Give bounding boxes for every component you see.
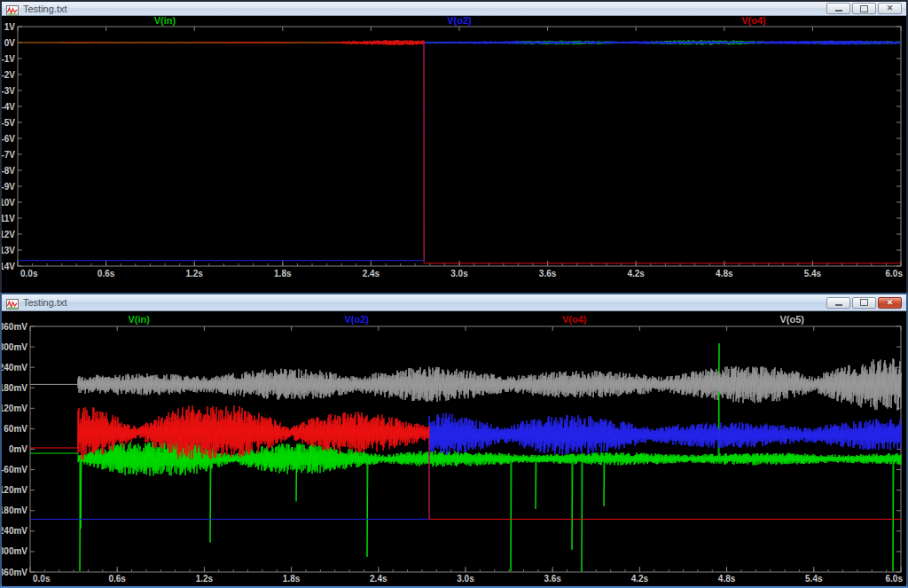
waveform-app-icon — [6, 4, 19, 14]
x-tick-label: 1.8s — [283, 574, 301, 583]
y-tick-label: 0mV — [9, 444, 27, 454]
titlebar[interactable]: Testing.txt ✕ — [2, 2, 906, 16]
maximize-icon — [860, 299, 868, 306]
y-tick-label: -8V — [2, 166, 15, 176]
y-tick-label: 360mV — [2, 322, 27, 332]
x-tick-label: 6.0s — [886, 574, 904, 583]
x-tick-label: 0.6s — [108, 574, 126, 583]
minimize-button[interactable] — [826, 3, 850, 14]
x-tick-label: 0.0s — [33, 574, 51, 583]
waveform-chart[interactable]: V(in)V(o2)V(o4)1V0V-1V-2V-3V-4V-5V-6V-7V… — [2, 16, 906, 291]
minimize-icon — [835, 10, 842, 12]
y-tick-label: -120mV — [2, 485, 27, 495]
x-tick-label: 3.6s — [539, 269, 557, 278]
legend-item-V(o2)[interactable]: V(o2) — [345, 314, 370, 325]
minimize-icon — [835, 304, 842, 306]
plot-area[interactable]: V(in)V(o2)V(o4)V(o5)360mV300mV240mV180mV… — [2, 311, 906, 586]
window-title: Testing.txt — [23, 4, 822, 14]
waveform-chart[interactable]: V(in)V(o2)V(o4)V(o5)360mV300mV240mV180mV… — [2, 311, 906, 583]
x-tick-label: 5.4s — [805, 574, 823, 583]
window-controls: ✕ — [826, 297, 902, 309]
y-tick-label: -1V — [2, 54, 15, 64]
y-tick-label: -5V — [2, 118, 15, 128]
legend-item-V(in)[interactable]: V(in) — [154, 16, 176, 26]
waveform-window-bottom: Testing.txt ✕ V(in)V(o2)V(o4)V(o5)360mV3… — [0, 293, 908, 588]
y-tick-label: -3V — [2, 86, 15, 96]
titlebar[interactable]: Testing.txt ✕ — [2, 294, 906, 311]
trace-V(o2) — [18, 41, 901, 261]
trace-V(o5) — [30, 358, 901, 410]
axis-box — [18, 27, 901, 266]
y-tick-label: -12V — [2, 230, 15, 239]
y-tick-label: -60mV — [2, 465, 27, 474]
x-tick-label: 4.8s — [718, 574, 736, 583]
maximize-button[interactable] — [852, 3, 876, 14]
x-tick-label: 1.2s — [196, 574, 214, 583]
y-tick-label: 60mV — [4, 424, 27, 434]
legend-item-V(o4)[interactable]: V(o4) — [741, 16, 766, 26]
y-tick-label: 1V — [4, 22, 16, 32]
y-tick-label: -300mV — [2, 546, 27, 556]
legend-item-V(in)[interactable]: V(in) — [129, 314, 151, 325]
x-tick-label: 5.4s — [804, 269, 822, 278]
x-tick-label: 1.2s — [185, 269, 203, 278]
x-tick-label: 3.0s — [457, 574, 474, 583]
x-tick-label: 3.6s — [544, 574, 561, 583]
y-tick-label: -7V — [2, 150, 15, 160]
plot-area[interactable]: V(in)V(o2)V(o4)1V0V-1V-2V-3V-4V-5V-6V-7V… — [2, 16, 906, 294]
close-button[interactable]: ✕ — [878, 297, 902, 309]
y-tick-label: -13V — [2, 246, 15, 255]
y-tick-label: -2V — [2, 70, 15, 80]
x-tick-label: 2.4s — [363, 269, 380, 278]
x-tick-label: 2.4s — [370, 574, 387, 583]
close-icon: ✕ — [887, 299, 894, 307]
y-tick-label: -9V — [2, 182, 15, 192]
close-button[interactable]: ✕ — [878, 3, 902, 14]
x-tick-label: 0.6s — [98, 269, 115, 278]
y-tick-label: -360mV — [2, 568, 27, 577]
maximize-icon — [860, 5, 868, 12]
window-title: Testing.txt — [23, 297, 822, 308]
waveform-window-top: Testing.txt ✕ V(in)V(o2)V(o4)1V0V-1V-2V-… — [0, 0, 908, 293]
y-tick-label: 300mV — [2, 342, 27, 352]
legend-item-V(o4)[interactable]: V(o4) — [562, 314, 587, 325]
y-tick-label: -11V — [2, 214, 15, 223]
x-tick-label: 4.8s — [716, 269, 733, 278]
y-tick-label: -180mV — [2, 506, 27, 515]
y-tick-label: 120mV — [2, 404, 27, 413]
y-tick-label: 180mV — [2, 383, 27, 393]
x-tick-label: 4.2s — [627, 269, 645, 278]
close-icon: ✕ — [887, 4, 894, 12]
y-tick-label: -240mV — [2, 526, 27, 536]
waveform-app-icon — [6, 297, 19, 308]
trace-V(o4) — [18, 40, 901, 263]
x-tick-label: 4.2s — [631, 574, 649, 583]
x-tick-label: 0.0s — [20, 269, 38, 278]
minimize-button[interactable] — [826, 297, 850, 309]
x-tick-label: 3.0s — [450, 269, 468, 278]
y-tick-label: -14V — [2, 262, 15, 271]
y-tick-label: -6V — [2, 134, 15, 144]
legend-item-V(o2)[interactable]: V(o2) — [447, 16, 472, 26]
x-tick-label: 1.8s — [274, 269, 292, 278]
y-tick-label: -10V — [2, 198, 15, 208]
maximize-button[interactable] — [852, 297, 876, 309]
legend-item-V(o5)[interactable]: V(o5) — [780, 314, 805, 325]
y-tick-label: -4V — [2, 102, 15, 112]
x-tick-label: 6.0s — [886, 269, 904, 278]
y-tick-label: 0V — [4, 38, 16, 48]
window-controls: ✕ — [826, 3, 902, 14]
y-tick-label: 240mV — [2, 363, 27, 372]
